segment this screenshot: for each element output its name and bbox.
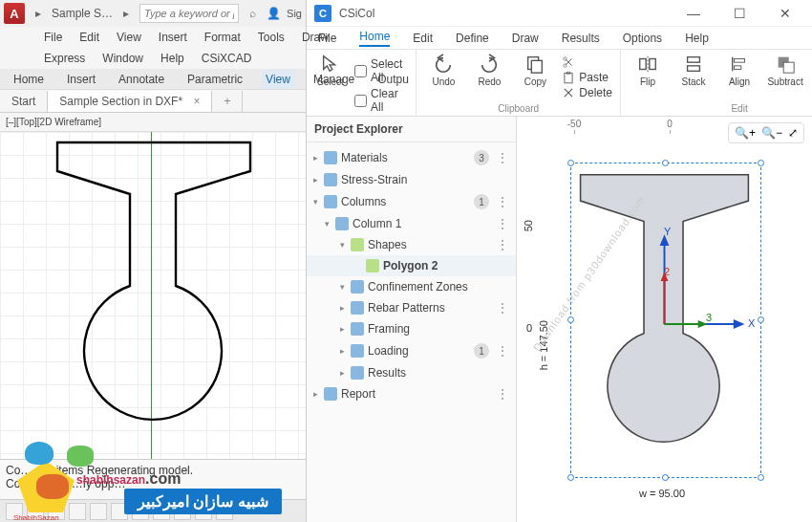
zoom-fit-button[interactable]: ⤢: [788, 126, 798, 140]
stress-label: Stress-Strain: [341, 173, 407, 186]
autocad-window: A ▸ Sample S… ▸ ⌕ 👤 Sig File Edit View I…: [0, 0, 306, 522]
menu-tools[interactable]: Tools: [258, 31, 285, 44]
tree-polygon2[interactable]: Polygon 2: [307, 255, 516, 276]
recent-icon[interactable]: ▸: [118, 6, 134, 21]
subtract-button[interactable]: Subtract: [766, 54, 804, 87]
doctab-add[interactable]: +: [212, 91, 243, 112]
csi-menu-define[interactable]: Define: [456, 32, 489, 45]
maximize-button[interactable]: ☐: [720, 6, 759, 21]
acad-sign-label[interactable]: Sig: [287, 8, 302, 19]
kebab-icon[interactable]: ⋮: [493, 301, 512, 315]
doctab-start[interactable]: Start: [0, 91, 48, 112]
delete-label: Delete: [579, 86, 612, 99]
csi-menu-home[interactable]: Home: [359, 30, 390, 47]
delete-button[interactable]: Delete: [562, 86, 612, 99]
dropdown-icon[interactable]: ▸: [31, 6, 46, 21]
viewport-canvas[interactable]: 50 0: [524, 134, 804, 514]
menu-format[interactable]: Format: [204, 31, 241, 44]
doctab-close-icon[interactable]: ×: [193, 95, 200, 108]
cut-button[interactable]: [562, 55, 612, 69]
ribbon-insert[interactable]: Insert: [63, 70, 99, 89]
tree-results[interactable]: ▸Results: [307, 362, 516, 383]
paste-button[interactable]: Paste: [562, 71, 612, 84]
zoom-out-button[interactable]: 🔍−: [761, 126, 782, 140]
undo-button[interactable]: Undo: [424, 54, 462, 87]
status-btn[interactable]: [195, 503, 212, 520]
wireframe-label[interactable]: [–][Top][2D Wireframe]: [0, 113, 306, 131]
clear-all-checkbox[interactable]: Clear All: [354, 87, 408, 114]
tree-rebar[interactable]: ▸Rebar Patterns⋮: [307, 297, 516, 318]
kebab-icon[interactable]: ⋮: [493, 387, 512, 401]
axis-y-label: Y: [664, 226, 671, 237]
status-btn[interactable]: [111, 503, 128, 520]
status-btn[interactable]: [6, 503, 23, 520]
search-icon[interactable]: ⌕: [245, 6, 260, 21]
zoom-in-button[interactable]: 🔍+: [735, 126, 756, 140]
csi-menu-help[interactable]: Help: [685, 32, 709, 45]
menu-edit[interactable]: Edit: [79, 31, 99, 44]
tree-confinement[interactable]: ▾Confinement Zones: [307, 276, 516, 297]
copy-button[interactable]: Copy: [516, 54, 554, 87]
kebab-icon[interactable]: ⋮: [493, 151, 512, 164]
kebab-icon[interactable]: ⋮: [493, 238, 512, 251]
tree-columns[interactable]: ▾Columns1⋮: [307, 190, 516, 213]
menu-csixcad[interactable]: CSiXCAD: [202, 52, 252, 65]
menu-view[interactable]: View: [117, 31, 141, 44]
ribbon-view[interactable]: View: [262, 70, 294, 89]
close-button[interactable]: ✕: [766, 6, 804, 21]
confinement-label: Confinement Zones: [368, 280, 468, 294]
csi-menu-draw[interactable]: Draw: [512, 32, 539, 45]
menu-draw[interactable]: Draw: [302, 31, 329, 44]
kebab-icon[interactable]: ⋮: [493, 195, 512, 208]
menu-help[interactable]: Help: [160, 52, 184, 65]
status-btn[interactable]: [174, 503, 191, 520]
minimize-button[interactable]: —: [674, 6, 713, 21]
csi-menu-results[interactable]: Results: [562, 32, 600, 45]
stack-label: Stack: [682, 76, 706, 87]
kebab-icon[interactable]: ⋮: [493, 217, 512, 230]
csi-logo: C: [314, 5, 331, 22]
csi-menu-options[interactable]: Options: [623, 32, 662, 45]
csi-viewport[interactable]: 🔍+ 🔍− ⤢ -50 0 50 0: [517, 117, 812, 522]
status-btn[interactable]: [27, 503, 44, 520]
menu-express[interactable]: Express: [44, 52, 85, 65]
tree-column1[interactable]: ▾Column 1⋮: [307, 213, 516, 234]
tree-materials[interactable]: ▸Materials3⋮: [307, 146, 516, 169]
acad-canvas[interactable]: [0, 131, 306, 459]
tree-stress-strain[interactable]: ▸Stress-Strain: [307, 169, 516, 190]
status-btn[interactable]: [216, 503, 233, 520]
svg-rect-6: [640, 59, 646, 70]
explorer-tree[interactable]: ▸Materials3⋮ ▸Stress-Strain ▾Columns1⋮ ▾…: [307, 142, 516, 522]
menu-file[interactable]: File: [44, 31, 62, 44]
align-button[interactable]: Align: [720, 54, 759, 87]
flip-button[interactable]: Flip: [629, 54, 667, 87]
tree-loading[interactable]: ▸Loading1⋮: [307, 339, 516, 362]
status-btn[interactable]: [90, 503, 107, 520]
ribbon-manage[interactable]: Manage: [310, 70, 358, 89]
status-btn[interactable]: [69, 503, 86, 520]
stack-button[interactable]: Stack: [674, 54, 713, 87]
menu-window[interactable]: Window: [102, 52, 143, 65]
doctab-active-label: Sample Section in DXF*: [59, 95, 182, 108]
stress-icon: [324, 173, 337, 186]
ribbon-parametric[interactable]: Parametric: [183, 70, 246, 89]
acad-titlebar: A ▸ Sample S… ▸ ⌕ 👤 Sig: [0, 0, 306, 27]
acad-logo[interactable]: A: [4, 3, 25, 24]
ribbon-home[interactable]: Home: [10, 70, 48, 89]
ribbon-output[interactable]: Outpu: [374, 70, 413, 89]
user-icon[interactable]: 👤: [266, 6, 281, 21]
redo-button[interactable]: Redo: [470, 54, 508, 87]
status-btn[interactable]: [48, 503, 65, 520]
csi-menu-edit[interactable]: Edit: [413, 32, 433, 45]
kebab-icon[interactable]: ⋮: [493, 344, 512, 358]
tree-shapes[interactable]: ▾Shapes⋮: [307, 234, 516, 255]
ribbon-annotate[interactable]: Annotate: [115, 70, 168, 89]
acad-search-input[interactable]: [139, 4, 239, 23]
doctab-active[interactable]: Sample Section in DXF* ×: [48, 91, 212, 112]
tree-report[interactable]: ▸Report⋮: [307, 383, 516, 404]
status-btn[interactable]: [132, 503, 149, 520]
acad-command-line[interactable]: Co… … items Regenerating model. Command:…: [0, 459, 306, 499]
tree-framing[interactable]: ▸Framing: [307, 318, 516, 339]
menu-insert[interactable]: Insert: [159, 31, 187, 44]
status-btn[interactable]: [153, 503, 170, 520]
